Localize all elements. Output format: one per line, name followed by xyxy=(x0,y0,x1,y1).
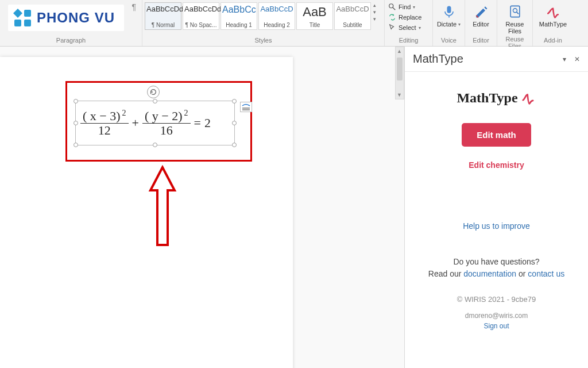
group-label-addin: Add-in xyxy=(535,37,571,45)
scroll-down-icon[interactable]: ▼ xyxy=(397,92,402,98)
group-label-editor: Editor xyxy=(467,37,494,45)
svg-rect-3 xyxy=(510,6,520,17)
style-title[interactable]: AaB Title xyxy=(296,2,333,30)
rotation-handle[interactable] xyxy=(147,86,160,98)
pane-dropdown-icon[interactable]: ▾ xyxy=(563,55,566,63)
ribbon-group-reuse: Reuse Files Reuse Files xyxy=(497,0,533,46)
annotation-arrow xyxy=(147,164,179,250)
style-heading-1[interactable]: AaBbCc Heading 1 xyxy=(220,2,257,30)
documentation-link[interactable]: documentation xyxy=(463,269,516,278)
resize-handle[interactable] xyxy=(232,121,237,125)
user-email: dmoreno@wiris.com xyxy=(465,312,528,320)
resize-handle[interactable] xyxy=(153,99,157,103)
edit-math-button[interactable]: Edit math xyxy=(462,123,531,147)
pilcrow-icon[interactable]: ¶ xyxy=(131,2,136,12)
styles-expand[interactable]: ▴▾▾ xyxy=(373,2,376,22)
svg-rect-2 xyxy=(447,6,451,13)
layout-options-button[interactable] xyxy=(240,102,252,112)
mathtype-button[interactable]: MathType xyxy=(538,2,568,29)
replace-button[interactable]: Replace xyxy=(387,13,423,22)
pane-close-icon[interactable]: ✕ xyxy=(574,55,580,63)
svg-rect-11 xyxy=(24,20,31,26)
svg-point-4 xyxy=(513,9,517,13)
select-button[interactable]: Select ▾ xyxy=(387,23,423,32)
mathtype-icon xyxy=(545,3,561,20)
svg-rect-10 xyxy=(14,20,21,26)
rotate-icon xyxy=(149,88,157,96)
equation-object[interactable]: ( x − 3)2 12 + ( y − 2)2 16 = 2 xyxy=(80,105,230,141)
dictate-button[interactable]: Dictate▾ xyxy=(435,2,462,29)
style-normal[interactable]: AaBbCcDd ¶ Normal xyxy=(145,2,181,30)
ribbon-group-voice: Dictate▾ Voice xyxy=(433,0,465,46)
resize-handle[interactable] xyxy=(74,121,78,125)
editor-icon xyxy=(473,3,489,20)
edit-chemistry-link[interactable]: Edit chemistry xyxy=(469,160,524,170)
resize-handle[interactable] xyxy=(74,143,78,147)
style-no-spacing[interactable]: AaBbCcDd ¶ No Spac... xyxy=(183,2,219,30)
svg-line-1 xyxy=(393,7,395,10)
group-label-paragraph: Paragraph xyxy=(2,37,140,45)
svg-rect-9 xyxy=(24,10,31,17)
sign-out-link[interactable]: Sign out xyxy=(483,322,509,330)
mathtype-logo: MathType xyxy=(457,90,536,106)
group-label-voice: Voice xyxy=(435,37,462,45)
ribbon-group-editor: Editor Editor xyxy=(465,0,497,46)
contact-us-link[interactable]: contact us xyxy=(528,269,564,278)
editor-button[interactable]: Editor xyxy=(467,2,494,29)
vertical-scrollbar[interactable]: ▲ ▼ xyxy=(395,47,404,99)
ribbon-group-styles: AaBbCcDd ¶ Normal AaBbCcDd ¶ No Spac... … xyxy=(142,0,385,46)
resize-handle[interactable] xyxy=(153,143,157,147)
mathtype-pane: MathType ▾ ✕ MathType Edit math Edit che… xyxy=(404,47,588,368)
questions-text: Do you have questions? Read our document… xyxy=(428,256,564,280)
ribbon-group-editing: Find ▾ Replace Select ▾ xyxy=(385,0,433,46)
plus-operator: + xyxy=(129,116,142,131)
find-icon xyxy=(388,3,396,11)
resize-handle[interactable] xyxy=(74,99,78,103)
replace-icon xyxy=(388,13,396,21)
equation-rhs: 2 xyxy=(204,116,211,131)
select-icon xyxy=(388,24,396,32)
ribbon-group-addin: MathType Add-in xyxy=(533,0,573,46)
mathtype-logo-icon xyxy=(521,92,536,105)
group-label-styles: Styles xyxy=(145,37,382,45)
resize-handle[interactable] xyxy=(232,143,237,147)
style-subtitle[interactable]: AaBbCcD Subtitle xyxy=(334,2,371,30)
group-label-editing: Editing xyxy=(387,37,430,45)
fraction-1: ( x − 3)2 12 xyxy=(80,109,129,138)
layout-options-icon xyxy=(242,103,250,110)
resize-handle[interactable] xyxy=(232,99,237,103)
mathtype-title: MathType xyxy=(413,52,463,66)
help-improve-link[interactable]: Help us to improve xyxy=(463,221,530,231)
document-pane: ▲ ▼ xyxy=(0,47,404,368)
svg-marker-8 xyxy=(13,9,22,18)
copyright-text: © WIRIS 2021 - 9cbe79 xyxy=(457,295,536,304)
mic-icon xyxy=(441,3,457,20)
fraction-2: ( y − 2)2 16 xyxy=(142,109,191,138)
svg-line-5 xyxy=(516,12,519,14)
equals-operator: = xyxy=(191,116,204,131)
reuse-files-button[interactable]: Reuse Files xyxy=(500,2,530,36)
reuse-files-icon xyxy=(507,3,523,20)
scroll-thumb[interactable] xyxy=(397,57,403,80)
watermark-icon xyxy=(13,8,32,28)
find-button[interactable]: Find ▾ xyxy=(387,2,423,12)
style-heading-2[interactable]: AaBbCcD Heading 2 xyxy=(258,2,295,30)
watermark-logo: PHONG VU xyxy=(8,5,124,31)
mathtype-header: MathType ▾ ✕ xyxy=(405,47,588,72)
svg-point-0 xyxy=(389,4,393,8)
scroll-up-icon[interactable]: ▲ xyxy=(397,48,402,54)
